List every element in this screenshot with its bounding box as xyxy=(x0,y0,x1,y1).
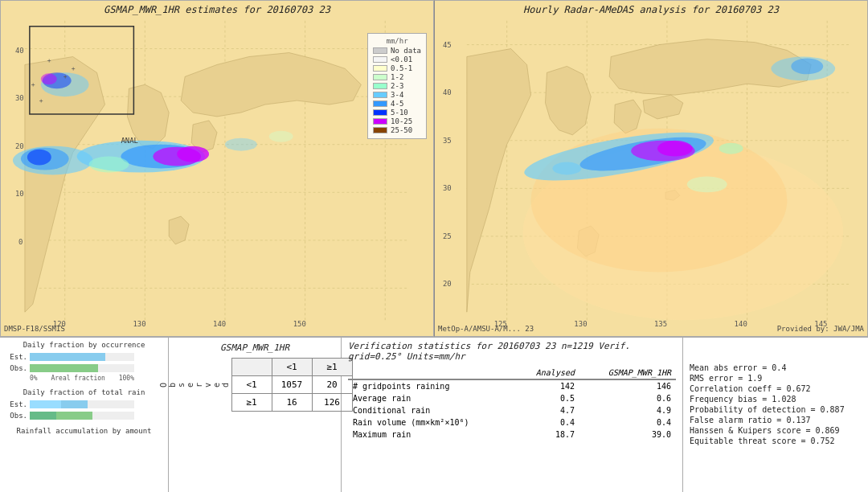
verif-cell-gsmap: 4.9 xyxy=(579,404,676,416)
verif-table: Analysed GSMAP_MWR_1HR # gridpoints rain… xyxy=(348,367,676,441)
svg-point-74 xyxy=(719,143,743,154)
verif-cell-label: Average rain xyxy=(348,392,515,404)
est-label: Est. xyxy=(5,353,27,361)
legend-label-4to5: 4-5 xyxy=(391,100,403,108)
legend: mm/hr No data <0.01 0.5-1 1-2 xyxy=(367,33,427,139)
stat-line: Frequency bias = 1.028 xyxy=(690,395,862,404)
svg-text:+: + xyxy=(31,81,35,88)
svg-text:140: 140 xyxy=(213,320,226,328)
verif-header: Verification statistics for 20160703 23 … xyxy=(348,341,676,362)
axis-label: Areal fraction xyxy=(51,375,104,382)
right-map-panel: Hourly Radar-AMeDAS analysis for 2016070… xyxy=(434,0,868,337)
histogram-panel: Daily fraction by occurrence Est. Obs. 0… xyxy=(0,338,169,492)
contingency-title: GSMAP_MWR_1HR xyxy=(220,342,289,353)
svg-point-72 xyxy=(552,162,581,175)
obs-rain-fill2 xyxy=(30,412,56,420)
svg-text:20: 20 xyxy=(443,280,452,288)
stat-line: RMS error = 1.9 xyxy=(690,374,862,383)
obs-occurrence-bar xyxy=(30,364,134,372)
est-rain-label: Est. xyxy=(5,400,27,408)
svg-point-33 xyxy=(41,73,57,84)
stat-line: Mean abs error = 0.4 xyxy=(690,363,862,372)
svg-text:40: 40 xyxy=(443,88,452,96)
contingency-table: <1 ≥1 <1 1057 20 ≥1 xyxy=(231,358,353,412)
verification-panel: Verification statistics for 20160703 23 … xyxy=(342,338,683,492)
contingency-row-lt1: <1 1057 20 xyxy=(231,376,352,394)
accumulation-title: Rainfall accumulation by amount xyxy=(5,427,163,435)
svg-text:150: 150 xyxy=(293,320,306,328)
legend-label-1to2: 1-2 xyxy=(391,73,403,81)
verif-cell-analysed: 18.7 xyxy=(515,428,579,441)
contingency-val-11: 1057 xyxy=(272,376,312,394)
rain-title: Daily fraction of total rain xyxy=(5,388,163,396)
svg-point-73 xyxy=(687,176,727,192)
legend-color-10to25 xyxy=(373,118,387,125)
stats-row: Daily fraction by occurrence Est. Obs. 0… xyxy=(0,338,868,492)
stat-line: Hanssen & Kuipers score = 0.869 xyxy=(690,426,862,435)
legend-item-25to50: 25-50 xyxy=(373,126,421,134)
observed-label: Observed xyxy=(158,381,231,387)
maps-row: GSMAP_MWR_1HR estimates for 20160703 23 xyxy=(0,0,868,338)
svg-text:135: 135 xyxy=(654,320,667,328)
verif-row: Maximum rain 18.7 39.0 xyxy=(348,428,676,441)
legend-item-nodata: No data xyxy=(373,47,421,55)
verif-cell-gsmap: 146 xyxy=(579,379,676,392)
svg-point-30 xyxy=(269,131,293,142)
verif-cell-label: Rain volume (mm×km²×10⁶) xyxy=(348,416,515,428)
legend-color-2to3 xyxy=(373,83,387,89)
left-map-panel: GSMAP_MWR_1HR estimates for 20160703 23 xyxy=(0,0,434,337)
contingency-table-wrapper: <1 ≥1 <1 1057 20 ≥1 xyxy=(231,358,353,412)
legend-color-5to10 xyxy=(373,109,387,116)
contingency-row-label-ge1: ≥1 xyxy=(231,394,272,412)
verif-row: Conditional rain 4.7 4.9 xyxy=(348,404,676,416)
verif-cell-gsmap: 0.4 xyxy=(579,416,676,428)
verif-row: Average rain 0.5 0.6 xyxy=(348,392,676,404)
legend-color-25to50 xyxy=(373,127,387,133)
svg-text:+: + xyxy=(47,57,51,64)
obs-occurrence-fill xyxy=(30,364,98,372)
legend-item-2to3: 2-3 xyxy=(373,82,421,90)
legend-item-lt001: <0.01 xyxy=(373,55,421,64)
svg-point-27 xyxy=(27,150,51,166)
svg-point-69 xyxy=(657,141,693,157)
svg-text:ANAL: ANAL xyxy=(121,137,138,145)
verif-row: # gridpoints raining 142 146 xyxy=(348,379,676,392)
legend-item-10to25: 10-25 xyxy=(373,117,421,125)
legend-color-lt001 xyxy=(373,56,387,63)
svg-text:10: 10 xyxy=(15,190,24,198)
verif-cell-analysed: 142 xyxy=(515,379,579,392)
svg-point-29 xyxy=(225,138,257,151)
verif-header-row: Analysed GSMAP_MWR_1HR xyxy=(348,367,676,379)
svg-text:+: + xyxy=(72,65,76,72)
legend-item-05to1: 0.5-1 xyxy=(373,64,421,72)
svg-text:+: + xyxy=(39,97,43,105)
verif-cell-analysed: 4.7 xyxy=(515,404,579,416)
svg-text:+: + xyxy=(63,73,68,80)
svg-text:25: 25 xyxy=(443,232,452,240)
legend-item-3to4: 3-4 xyxy=(373,91,421,99)
axis-labels-occurrence: 0% Areal fraction 100% xyxy=(30,375,134,382)
legend-label-nodata: No data xyxy=(391,47,421,55)
legend-label-3to4: 3-4 xyxy=(391,91,403,99)
svg-text:130: 130 xyxy=(574,320,587,328)
verif-cell-label: Maximum rain xyxy=(348,428,515,441)
svg-point-28 xyxy=(89,157,129,173)
legend-item-4to5: 4-5 xyxy=(373,100,421,108)
verif-cell-label: # gridpoints raining xyxy=(348,379,515,392)
verif-cell-analysed: 0.4 xyxy=(515,416,579,428)
legend-color-4to5 xyxy=(373,100,387,107)
legend-label-10to25: 10-25 xyxy=(391,117,412,125)
verif-col-analysed: Analysed xyxy=(515,367,579,379)
svg-text:40: 40 xyxy=(15,47,24,55)
svg-text:30: 30 xyxy=(443,184,452,192)
svg-text:20: 20 xyxy=(15,142,24,150)
verif-cell-analysed: 0.5 xyxy=(515,392,579,404)
svg-point-24 xyxy=(177,146,209,162)
obs-label: Obs. xyxy=(5,364,27,372)
legend-color-05to1 xyxy=(373,65,387,72)
svg-text:45: 45 xyxy=(443,41,452,49)
contingency-row-ge1: ≥1 16 126 xyxy=(231,394,352,412)
verif-cell-label: Conditional rain xyxy=(348,404,515,416)
legend-item-1to2: 1-2 xyxy=(373,73,421,81)
contingency-panel: GSMAP_MWR_1HR Observed <1 ≥1 xyxy=(169,338,342,492)
